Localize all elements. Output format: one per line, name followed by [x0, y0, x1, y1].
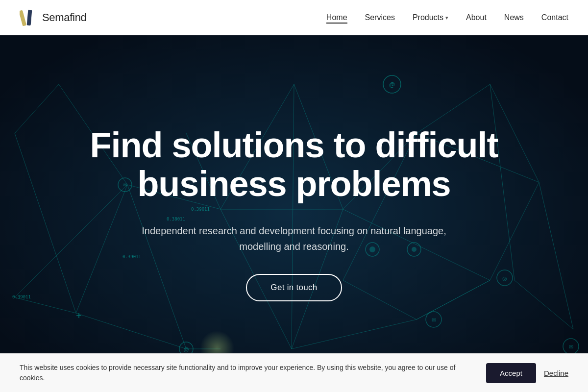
logo-text: Semafind: [42, 11, 87, 24]
nav-links: Home Services Products ▾ About News Cont…: [326, 13, 568, 22]
nav-about[interactable]: About: [466, 13, 487, 22]
decline-button[interactable]: Decline: [544, 369, 568, 377]
get-in-touch-button[interactable]: Get in touch: [246, 274, 342, 301]
cookie-text: This website uses cookies to provide nec…: [20, 363, 476, 383]
chevron-down-icon: ▾: [445, 15, 448, 21]
logo-icon: [20, 7, 37, 28]
svg-text:@: @: [183, 346, 189, 352]
cookie-buttons: Accept Decline: [486, 363, 568, 383]
nav-home[interactable]: Home: [326, 13, 347, 24]
nav-products[interactable]: Products ▾: [413, 13, 448, 22]
hero-subtitle: Independent research and development foc…: [122, 223, 466, 254]
navbar: Semafind Home Services Products ▾ About …: [0, 0, 588, 35]
svg-text:@: @: [389, 81, 395, 88]
cookie-banner: This website uses cookies to provide nec…: [0, 353, 588, 392]
nav-contact[interactable]: Contact: [541, 13, 568, 22]
hero-title: Find solutions to difficult business pro…: [74, 126, 514, 203]
svg-text:✉: ✉: [432, 317, 436, 323]
accept-button[interactable]: Accept: [486, 363, 536, 383]
logo[interactable]: Semafind: [20, 7, 87, 28]
hero-content: Find solutions to difficult business pro…: [74, 126, 514, 301]
svg-rect-1: [27, 10, 32, 26]
hero-section: @ ✉ ◎ ✉ ✉ @ 0.39011 0.38011 0.39011 0.39…: [0, 35, 588, 392]
svg-text:✉: ✉: [569, 344, 573, 350]
svg-rect-0: [20, 10, 26, 26]
nav-news[interactable]: News: [504, 13, 524, 22]
svg-text:0.39011: 0.39011: [12, 294, 31, 299]
nav-services[interactable]: Services: [365, 13, 395, 22]
